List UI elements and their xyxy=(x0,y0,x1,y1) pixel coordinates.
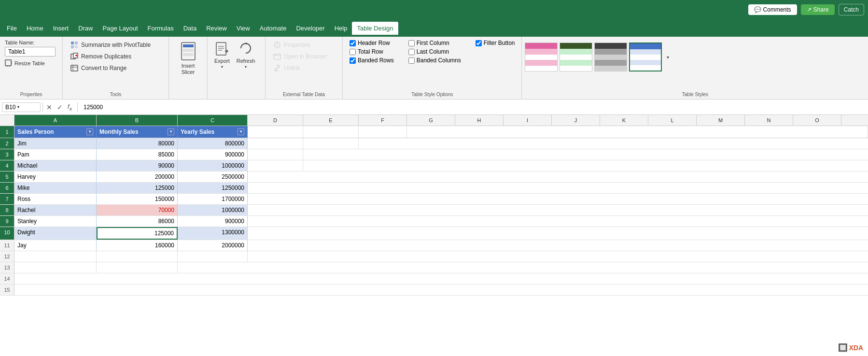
cell-a10[interactable]: Dwight xyxy=(14,227,97,240)
menu-item-help[interactable]: Help xyxy=(330,22,352,35)
row-num-4[interactable]: 4 xyxy=(0,160,14,171)
properties-button[interactable]: Properties xyxy=(270,40,337,50)
unlink-button[interactable]: Unlink xyxy=(270,63,337,73)
col-header-o[interactable]: O xyxy=(793,115,841,126)
cell-a13[interactable] xyxy=(14,262,97,273)
total-row-checkbox[interactable] xyxy=(350,49,356,55)
row-num-15[interactable]: 15 xyxy=(0,285,14,295)
cell-d2[interactable] xyxy=(248,138,303,149)
col-header-k[interactable]: K xyxy=(600,115,648,126)
cell-b12[interactable] xyxy=(97,251,178,262)
row-num-3[interactable]: 3 xyxy=(0,149,14,160)
catch-button[interactable]: Catch xyxy=(839,4,864,15)
insert-slicer-button[interactable]: InsertSlicer xyxy=(177,40,200,77)
cell-reference-box[interactable]: B10 ▾ xyxy=(2,102,41,112)
last-column-checkbox-label[interactable]: Last Column xyxy=(408,48,461,55)
row-num-6[interactable]: 6 xyxy=(0,183,14,193)
cell-e2[interactable] xyxy=(303,138,359,149)
formula-input[interactable] xyxy=(82,104,866,111)
cancel-formula-button[interactable]: ✕ xyxy=(45,103,54,111)
function-button[interactable]: fx xyxy=(66,103,73,112)
cell-a11[interactable]: Jay xyxy=(14,240,97,251)
menu-item-table-design[interactable]: Table Design xyxy=(352,22,398,35)
filter-button-checkbox[interactable] xyxy=(476,40,482,46)
cell-ref-dropdown-icon[interactable]: ▾ xyxy=(17,105,19,109)
table-styles-scroll-arrow[interactable]: ▾ xyxy=(664,43,672,71)
cell-b5[interactable]: 200000 xyxy=(97,171,178,182)
col-header-a[interactable]: A xyxy=(14,115,97,126)
cell-a14[interactable] xyxy=(14,273,868,284)
cell-b2[interactable]: 80000 xyxy=(97,138,178,149)
header-row-checkbox-label[interactable]: Header Row xyxy=(350,40,394,46)
first-column-checkbox-label[interactable]: First Column xyxy=(408,40,461,46)
total-row-checkbox-label[interactable]: Total Row xyxy=(350,48,394,55)
last-column-checkbox[interactable] xyxy=(408,49,415,55)
banded-rows-checkbox[interactable] xyxy=(350,57,356,64)
cell-g1[interactable] xyxy=(407,126,868,138)
resize-table-button[interactable]: Resize Table xyxy=(5,58,57,68)
menu-item-review[interactable]: Review xyxy=(201,22,232,35)
cell-e3[interactable] xyxy=(303,149,868,160)
menu-item-view[interactable]: View xyxy=(232,22,255,35)
cell-d3[interactable] xyxy=(248,149,303,160)
col-header-h[interactable]: H xyxy=(455,115,504,126)
cell-c2[interactable]: 800000 xyxy=(178,138,248,149)
cell-c4[interactable]: 1000000 xyxy=(178,160,248,171)
menu-item-file[interactable]: File xyxy=(2,22,22,35)
export-button[interactable]: Export ▾ xyxy=(212,40,232,71)
cell-a8[interactable]: Rachel xyxy=(14,205,97,215)
menu-item-page-layout[interactable]: Page Layout xyxy=(98,22,143,35)
col-header-n[interactable]: N xyxy=(745,115,793,126)
cell-c5[interactable]: 2500000 xyxy=(178,171,248,182)
comments-button[interactable]: 💬 Comments xyxy=(748,4,797,15)
first-column-checkbox[interactable] xyxy=(408,40,415,46)
cell-d5[interactable] xyxy=(248,171,868,182)
cell-a9[interactable]: Stanley xyxy=(14,216,97,227)
menu-item-formulas[interactable]: Formulas xyxy=(143,22,179,35)
row-num-14[interactable]: 14 xyxy=(0,273,14,284)
cell-d4[interactable] xyxy=(248,160,303,171)
row-num-1[interactable]: 1 xyxy=(0,126,14,138)
cell-a5[interactable]: Harvey xyxy=(14,171,97,182)
cell-d8[interactable] xyxy=(248,205,868,215)
cell-d1[interactable] xyxy=(248,126,303,138)
cell-c13[interactable] xyxy=(178,262,868,273)
cell-c8[interactable]: 1000000 xyxy=(178,205,248,215)
cell-c6[interactable]: 1250000 xyxy=(178,183,248,193)
cell-b1[interactable]: Monthly Sales ▾ xyxy=(97,126,178,138)
row-num-2[interactable]: 2 xyxy=(0,138,14,149)
col-header-j[interactable]: J xyxy=(552,115,600,126)
cell-c11[interactable]: 2000000 xyxy=(178,240,248,251)
cell-a6[interactable]: Mike xyxy=(14,183,97,193)
cell-b10[interactable]: 125000 xyxy=(97,227,178,240)
filter-button-checkbox-label[interactable]: Filter Button xyxy=(476,40,515,46)
row-num-13[interactable]: 13 xyxy=(0,262,14,273)
row-num-8[interactable]: 8 xyxy=(0,205,14,215)
cell-f2[interactable] xyxy=(359,138,868,149)
table-name-input[interactable] xyxy=(5,47,56,57)
col-header-m[interactable]: M xyxy=(697,115,745,126)
cell-b3[interactable]: 85000 xyxy=(97,149,178,160)
row-num-12[interactable]: 12 xyxy=(0,251,14,262)
filter-dropdown-c[interactable]: ▾ xyxy=(238,128,244,135)
col-header-e[interactable]: E xyxy=(303,115,359,126)
menu-item-data[interactable]: Data xyxy=(179,22,201,35)
cell-b8[interactable]: 70000 xyxy=(97,205,178,215)
col-header-g[interactable]: G xyxy=(407,115,455,126)
cell-d9[interactable] xyxy=(248,216,868,227)
row-num-9[interactable]: 9 xyxy=(0,216,14,227)
cell-d10[interactable] xyxy=(248,227,868,240)
row-num-5[interactable]: 5 xyxy=(0,171,14,182)
menu-item-developer[interactable]: Developer xyxy=(291,22,329,35)
row-num-7[interactable]: 7 xyxy=(0,194,14,204)
share-button[interactable]: ↗ Share xyxy=(801,4,835,15)
table-style-green[interactable] xyxy=(560,43,592,71)
menu-item-insert[interactable]: Insert xyxy=(48,22,74,35)
remove-duplicates-button[interactable]: Remove Duplicates xyxy=(68,51,164,62)
cell-a2[interactable]: Jim xyxy=(14,138,97,149)
cell-d6[interactable] xyxy=(248,183,868,193)
cell-b9[interactable]: 86000 xyxy=(97,216,178,227)
table-style-blue[interactable] xyxy=(629,43,662,71)
menu-item-automate[interactable]: Automate xyxy=(255,22,292,35)
cell-a4[interactable]: Michael xyxy=(14,160,97,171)
